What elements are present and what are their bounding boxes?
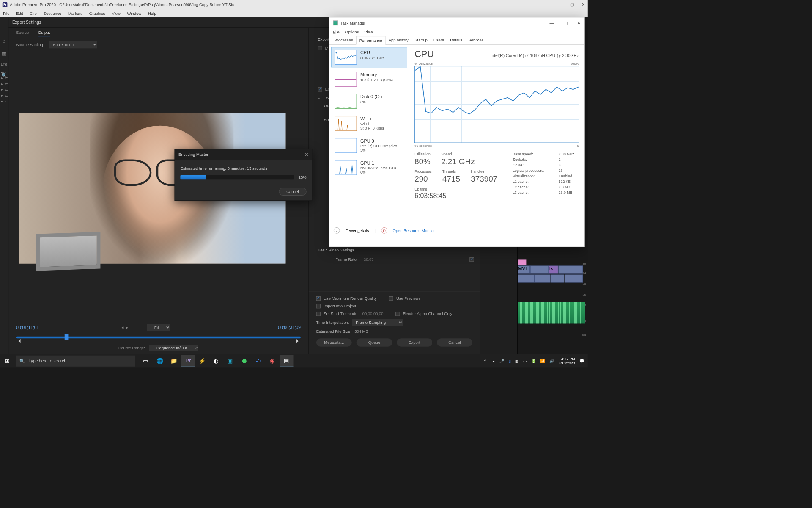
tm-tab-apphistory[interactable]: App history — [385, 36, 411, 44]
home-icon[interactable]: ⌂ — [0, 36, 8, 47]
use-max-quality-check[interactable] — [316, 296, 321, 301]
use-max-quality-label: Use Maximum Render Quality — [324, 296, 377, 301]
window-max-icon[interactable]: ▢ — [570, 2, 574, 7]
cancel-button[interactable]: Cancel — [437, 338, 472, 347]
frame-rate-lock-check[interactable] — [469, 257, 474, 262]
export-video-check[interactable] — [318, 87, 322, 91]
onedrive-icon[interactable]: ☁ — [491, 359, 495, 363]
tm-side-wifi[interactable]: Wi-FiWi-FiS: 0 R: 0 Kbps — [331, 113, 407, 134]
tab-output[interactable]: Output — [38, 30, 50, 36]
volume-icon[interactable]: 🔊 — [549, 359, 554, 363]
tray-icon-4[interactable]: ▭ — [523, 359, 527, 363]
effects-icon[interactable]: Effe — [0, 59, 8, 70]
scrub-bar[interactable] — [16, 334, 301, 340]
menu-file[interactable]: File — [3, 11, 9, 16]
tm-tab-performance[interactable]: Performance — [356, 36, 386, 44]
zoom-fit-select[interactable]: Fit — [147, 324, 170, 331]
queue-button[interactable]: Queue — [357, 338, 392, 347]
tm-close-icon[interactable]: ✕ — [577, 20, 581, 26]
export-button[interactable]: Export — [397, 338, 432, 347]
source-scaling-select[interactable]: Scale To Fit — [49, 41, 97, 48]
open-resource-monitor[interactable]: Open Resource Monitor — [393, 228, 435, 233]
tm-menu-file[interactable]: File — [333, 30, 340, 34]
tab-source[interactable]: Source — [16, 30, 29, 36]
tm-tab-startup[interactable]: Startup — [411, 36, 431, 44]
playhead[interactable] — [65, 334, 69, 340]
timecode-out[interactable]: 00;06;31;09 — [278, 325, 301, 330]
tray-icon-2[interactable]: ▯ — [509, 359, 511, 363]
metadata-button[interactable]: Metadata... — [316, 338, 352, 347]
creative-cloud-icon[interactable]: ◉ — [266, 355, 279, 367]
task-view-icon[interactable]: ▭ — [139, 355, 153, 367]
tray-icon-3[interactable]: ▦ — [515, 359, 519, 363]
tm-tab-details[interactable]: Details — [447, 36, 465, 44]
encoding-percent: 23% — [299, 175, 307, 179]
tm-specs: Base speed:2.30 GHzSockets:1Cores:8Logic… — [513, 152, 574, 203]
menu-edit[interactable]: Edit — [16, 11, 23, 16]
use-previews-check[interactable] — [389, 296, 393, 301]
tm-speed-label: Speed — [441, 152, 475, 156]
render-alpha-label: Render Alpha Channel Only — [403, 311, 453, 316]
tm-side-gpu0[interactable]: GPU 0Intel(R) UHD Graphics3% — [331, 135, 407, 156]
tm-side-disk[interactable]: Disk 0 (C:)3% — [331, 91, 407, 112]
tm-side-cpu[interactable]: CPU80% 2.21 GHz — [331, 47, 407, 67]
marker-clip[interactable] — [518, 259, 526, 265]
menu-sequence[interactable]: Sequence — [44, 11, 61, 16]
video-track-2[interactable]: MVI fx — [518, 266, 585, 274]
tm-tab-processes[interactable]: Processes — [331, 36, 356, 44]
tm-side-gpu1[interactable]: GPU 1NVIDIA GeForce GTX...6% — [331, 157, 407, 178]
encoding-cancel-button[interactable]: Cancel — [279, 188, 306, 196]
audio-track[interactable] — [518, 302, 585, 324]
fewer-details-icon[interactable]: ⌄ — [334, 227, 340, 233]
app-icon-4[interactable]: ⬣ — [238, 355, 251, 367]
taskbar-search[interactable]: 🔍 Type here to search — [16, 356, 135, 367]
menu-markers[interactable]: Markers — [68, 11, 82, 16]
battery-icon[interactable]: 🔋 — [531, 359, 536, 363]
wifi-icon[interactable]: 📶 — [540, 359, 545, 363]
tm-threads-label: Threads — [442, 169, 460, 174]
render-alpha-check[interactable] — [395, 312, 400, 316]
fewer-details[interactable]: Fewer details — [346, 228, 369, 233]
encoding-progress-track — [180, 175, 294, 179]
tm-menu-options[interactable]: Options — [345, 30, 359, 34]
window-close-icon[interactable]: ✕ — [582, 2, 585, 7]
taskbar-clock[interactable]: 4:17 PM8/13/2020 — [559, 356, 575, 365]
app-icon-1[interactable]: ⚡ — [195, 355, 209, 367]
taskmgr-taskbar-icon[interactable]: ▤ — [280, 355, 294, 367]
tm-max-icon[interactable]: ▢ — [563, 20, 568, 26]
menu-window[interactable]: Window — [127, 11, 141, 16]
import-project-check[interactable] — [316, 304, 321, 308]
app-icon-2[interactable]: ◐ — [209, 355, 223, 367]
start-tc-value: 00;00;00;00 — [362, 311, 384, 316]
window-min-icon[interactable]: — — [558, 2, 562, 7]
app-icon-3[interactable]: ▣ — [223, 355, 237, 367]
tm-cpu-graph[interactable] — [414, 66, 579, 143]
encoding-close-icon[interactable]: ✕ — [304, 152, 308, 157]
explorer-icon[interactable]: 📁 — [167, 355, 181, 367]
assembly-icon[interactable]: ▦ — [0, 47, 8, 59]
tm-tab-users[interactable]: Users — [431, 36, 447, 44]
premiere-taskbar-icon[interactable]: Pr — [181, 355, 195, 367]
premiere-titlebar: Pr Adobe Premiere Pro 2020 - C:\Users\al… — [0, 0, 588, 9]
tm-menu-view[interactable]: View — [364, 30, 373, 34]
app-icon-5[interactable]: ✓8 — [252, 355, 265, 367]
chrome-icon[interactable]: 🌐 — [153, 355, 167, 367]
menu-graphics[interactable]: Graphics — [89, 11, 105, 16]
menu-view[interactable]: View — [112, 11, 120, 16]
time-interp-select[interactable]: Frame Sampling — [352, 319, 403, 326]
menu-clip[interactable]: Clip — [30, 11, 36, 16]
tray-chevron-icon[interactable]: ⌃ — [483, 359, 487, 363]
menu-help[interactable]: Help — [148, 11, 156, 16]
start-button[interactable]: ⊞ — [0, 358, 15, 364]
tm-side-memory[interactable]: Memory16.9/31.7 GB (53%) — [331, 69, 407, 90]
video-track-1[interactable] — [518, 275, 585, 283]
set-start-tc-check[interactable] — [316, 312, 321, 316]
notifications-icon[interactable]: 💬 — [579, 359, 584, 363]
match-sequence-check[interactable] — [318, 46, 322, 50]
source-range-select[interactable]: Sequence In/Out — [149, 345, 199, 351]
encoding-progress-fill — [180, 175, 206, 179]
tm-min-icon[interactable]: — — [549, 20, 554, 26]
tm-tab-services[interactable]: Services — [465, 36, 487, 44]
timecode-in[interactable]: 00;01;11;01 — [16, 325, 39, 330]
tray-icon-1[interactable]: 🎤 — [499, 359, 505, 363]
